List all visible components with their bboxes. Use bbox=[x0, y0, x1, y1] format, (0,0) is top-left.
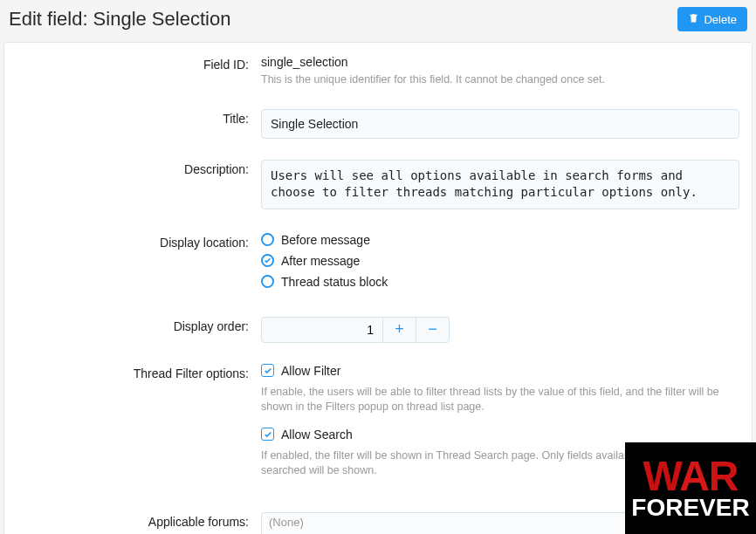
applicable-forums-label: Applicable forums: bbox=[17, 512, 261, 534]
watermark-logo: WAR FOREVER bbox=[625, 442, 756, 534]
radio-icon bbox=[261, 233, 274, 246]
watermark-line2: FOREVER bbox=[631, 496, 749, 520]
stepper-increment-button[interactable]: + bbox=[383, 317, 416, 343]
row-display-location: Display location: Before message After m… bbox=[4, 224, 752, 308]
page-title: Edit field: Single Selection bbox=[9, 8, 230, 31]
description-label: Description: bbox=[17, 160, 261, 212]
trash-icon bbox=[688, 12, 699, 26]
checkbox-checked-icon bbox=[261, 364, 274, 377]
delete-button-label: Delete bbox=[704, 13, 737, 26]
allow-filter-help: If enable, the users will be able to fil… bbox=[261, 385, 739, 415]
radio-after-message[interactable]: After message bbox=[261, 254, 739, 268]
row-title: Title: bbox=[4, 100, 752, 151]
delete-button[interactable]: Delete bbox=[677, 7, 747, 31]
field-id-value: single_selection bbox=[261, 55, 739, 69]
display-location-label: Display location: bbox=[17, 233, 261, 296]
radio-before-message[interactable]: Before message bbox=[261, 233, 739, 247]
field-id-help: This is the unique identifier for this f… bbox=[261, 72, 739, 88]
display-order-label: Display order: bbox=[17, 317, 261, 343]
display-order-stepper: + − bbox=[261, 317, 739, 343]
stepper-decrement-button[interactable]: − bbox=[416, 317, 450, 343]
row-description: Description: Users will see all options … bbox=[4, 151, 752, 224]
checkbox-label: Allow Filter bbox=[281, 364, 340, 378]
radio-thread-status-block[interactable]: Thread status block bbox=[261, 275, 739, 289]
row-field-id: Field ID: single_selection This is the u… bbox=[4, 46, 752, 100]
description-input[interactable]: Users will see all options available in … bbox=[261, 160, 739, 209]
checkbox-allow-filter[interactable]: Allow Filter bbox=[261, 364, 739, 378]
title-input[interactable] bbox=[261, 109, 739, 139]
row-display-order: Display order: + − bbox=[4, 308, 752, 355]
title-label: Title: bbox=[17, 109, 261, 139]
checkbox-label: Allow Search bbox=[281, 428, 353, 442]
radio-label: Thread status block bbox=[281, 275, 388, 289]
field-id-label: Field ID: bbox=[17, 55, 261, 88]
watermark-line1: WAR bbox=[643, 456, 739, 496]
display-order-input[interactable] bbox=[261, 317, 383, 343]
radio-label: Before message bbox=[281, 233, 370, 247]
radio-checked-icon bbox=[261, 254, 274, 267]
page-header: Edit field: Single Selection Delete bbox=[0, 0, 756, 42]
thread-filter-options-label: Thread Filter options: bbox=[17, 364, 261, 491]
checkbox-allow-search[interactable]: Allow Search bbox=[261, 428, 739, 442]
checkbox-checked-icon bbox=[261, 428, 274, 441]
radio-icon bbox=[261, 275, 274, 288]
radio-label: After message bbox=[281, 254, 360, 268]
